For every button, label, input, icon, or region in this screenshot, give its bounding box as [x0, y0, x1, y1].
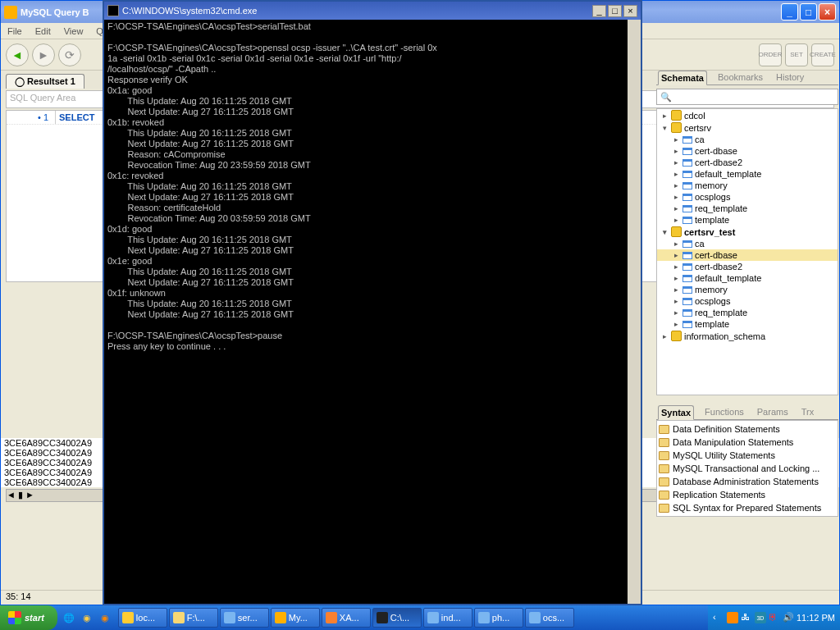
- taskbar-button[interactable]: My...: [271, 608, 320, 628]
- close-button[interactable]: ×: [819, 3, 836, 21]
- forward-button[interactable]: ►: [32, 43, 55, 66]
- expand-icon[interactable]: ▸: [672, 320, 680, 328]
- system-tray[interactable]: ‹ 🖧 3D ⛨ 🔊 11:12 PM: [708, 605, 840, 630]
- cmd-minimize-button[interactable]: _: [592, 5, 606, 17]
- taskbar-button[interactable]: XA...: [322, 608, 371, 628]
- taskbar-button[interactable]: F:\...: [169, 608, 218, 628]
- tree-node[interactable]: ▸memory: [657, 284, 838, 295]
- expand-icon[interactable]: ▸: [672, 251, 680, 259]
- expand-icon[interactable]: ▸: [672, 193, 680, 201]
- tab-syntax[interactable]: Syntax: [658, 405, 694, 420]
- tree-node[interactable]: ▸ca: [657, 238, 838, 249]
- tray-network-icon[interactable]: 🖧: [741, 612, 752, 623]
- expand-icon[interactable]: ▸: [672, 135, 680, 144]
- expand-icon[interactable]: ▸: [660, 112, 669, 120]
- tab-schemata[interactable]: Schemata: [658, 71, 707, 85]
- expand-icon[interactable]: ▸: [672, 216, 680, 224]
- tab-params[interactable]: Params: [755, 405, 791, 419]
- menu-file[interactable]: File: [7, 26, 22, 36]
- expand-icon[interactable]: ▸: [672, 262, 680, 271]
- tree-node[interactable]: ▸cdcol: [657, 109, 838, 121]
- expand-icon[interactable]: ▸: [672, 297, 680, 305]
- tree-node[interactable]: ▸cert-dbase2: [657, 261, 838, 272]
- tree-node[interactable]: ▾certsrv: [657, 121, 838, 134]
- cmd-maximize-button[interactable]: □: [608, 5, 622, 17]
- tree-node[interactable]: ▸template: [657, 214, 838, 226]
- minimize-button[interactable]: _: [781, 3, 798, 21]
- expand-icon[interactable]: ▸: [660, 332, 669, 340]
- cmd-titlebar[interactable]: C:\WINDOWS\system32\cmd.exe _ □ ×: [104, 2, 641, 20]
- tree-node[interactable]: ▸cert-dbase2: [657, 157, 838, 168]
- taskbar-button[interactable]: ph...: [474, 608, 523, 628]
- task-icon: [377, 612, 388, 623]
- tab-resultset1[interactable]: ◯ Resultset 1: [6, 74, 84, 89]
- menu-edit[interactable]: Edit: [35, 26, 51, 36]
- tab-functions[interactable]: Functions: [702, 405, 746, 419]
- expand-icon[interactable]: ▾: [660, 228, 669, 236]
- expand-icon[interactable]: ▸: [672, 170, 680, 178]
- tree-node[interactable]: ▸ocsplogs: [657, 295, 838, 307]
- tree-node[interactable]: ▸memory: [657, 180, 838, 191]
- syntax-item[interactable]: Data Definition Statements: [657, 422, 838, 436]
- tree-node[interactable]: ▸req_template: [657, 307, 838, 318]
- tree-node[interactable]: ▸req_template: [657, 203, 838, 214]
- taskbar-button[interactable]: loc...: [118, 608, 167, 628]
- toolbar-order-button[interactable]: ORDER: [759, 43, 782, 66]
- syntax-item[interactable]: Database Administration Statements: [657, 475, 838, 488]
- tree-node[interactable]: ▸default_template: [657, 168, 838, 180]
- taskbar-button[interactable]: ser...: [220, 608, 269, 628]
- tray-3d-icon[interactable]: 3D: [755, 612, 766, 623]
- syntax-item[interactable]: Replication Statements: [657, 488, 838, 501]
- taskbar-button[interactable]: ind...: [423, 608, 472, 628]
- tray-chevron-icon[interactable]: ‹: [713, 612, 724, 623]
- task-label: ocs...: [543, 613, 564, 623]
- taskbar-button[interactable]: C:\...: [372, 608, 422, 628]
- expand-icon[interactable]: ▸: [672, 158, 680, 167]
- tray-volume-icon[interactable]: 🔊: [783, 612, 794, 623]
- schema-tree[interactable]: ▸cdcol▾certsrv▸ca▸cert-dbase▸cert-dbase2…: [656, 108, 838, 395]
- tree-node[interactable]: ▸template: [657, 318, 838, 330]
- taskbar-button[interactable]: ocs...: [525, 608, 574, 628]
- expand-icon[interactable]: ▸: [672, 204, 680, 212]
- tree-node[interactable]: ▾certsrv_test: [657, 226, 838, 238]
- tray-clock[interactable]: 11:12 PM: [797, 613, 835, 623]
- start-button[interactable]: start: [0, 605, 57, 630]
- tree-node[interactable]: ▸default_template: [657, 272, 838, 284]
- tab-bookmarks[interactable]: Bookmarks: [715, 71, 765, 84]
- cmd-close-button[interactable]: ×: [623, 5, 637, 17]
- expand-icon[interactable]: ▸: [672, 181, 680, 189]
- tree-node[interactable]: ▸cert-dbase: [657, 249, 838, 261]
- folder-icon: [659, 477, 669, 486]
- menu-view[interactable]: View: [64, 26, 84, 36]
- ql-ie-icon[interactable]: 🌐: [61, 609, 77, 627]
- toolbar-create-button[interactable]: CREATE: [811, 43, 834, 66]
- tree-node[interactable]: ▸cert-dbase: [657, 145, 838, 157]
- syntax-item[interactable]: MySQL Transactional and Locking ...: [657, 462, 838, 475]
- syntax-item[interactable]: SQL Syntax for Prepared Statements: [657, 501, 838, 514]
- tree-node[interactable]: ▸ca: [657, 134, 838, 145]
- table-icon: [682, 194, 692, 201]
- schema-search-input[interactable]: 🔍: [656, 89, 838, 105]
- syntax-item[interactable]: MySQL Utility Statements: [657, 449, 838, 462]
- back-button[interactable]: ◄: [6, 43, 29, 66]
- maximize-button[interactable]: □: [800, 3, 817, 21]
- toolbar-set-button[interactable]: SET: [785, 43, 808, 66]
- expand-icon[interactable]: ▸: [672, 147, 680, 155]
- tray-xampp-icon[interactable]: [727, 612, 738, 623]
- tab-history[interactable]: History: [774, 71, 806, 84]
- expand-icon[interactable]: ▸: [672, 285, 680, 294]
- tab-trx[interactable]: Trx: [799, 405, 816, 419]
- expand-icon[interactable]: ▸: [672, 274, 680, 282]
- cmd-scrollbar[interactable]: [628, 20, 641, 604]
- ql-chrome-icon[interactable]: ◉: [79, 609, 95, 627]
- cmd-output[interactable]: F:\OCSP-TSA\Engines\CA\ocspTest>serialTe…: [104, 20, 641, 604]
- expand-icon[interactable]: ▸: [672, 308, 680, 317]
- ql-firefox-icon[interactable]: ◉: [97, 609, 113, 627]
- refresh-button[interactable]: ⟳: [58, 43, 81, 66]
- expand-icon[interactable]: ▸: [672, 240, 680, 248]
- expand-icon[interactable]: ▾: [660, 124, 669, 132]
- tree-node[interactable]: ▸ocsplogs: [657, 191, 838, 203]
- syntax-item[interactable]: Data Manipulation Statements: [657, 436, 838, 449]
- tray-shield-icon[interactable]: ⛨: [769, 612, 780, 623]
- tree-node[interactable]: ▸information_schema: [657, 330, 838, 342]
